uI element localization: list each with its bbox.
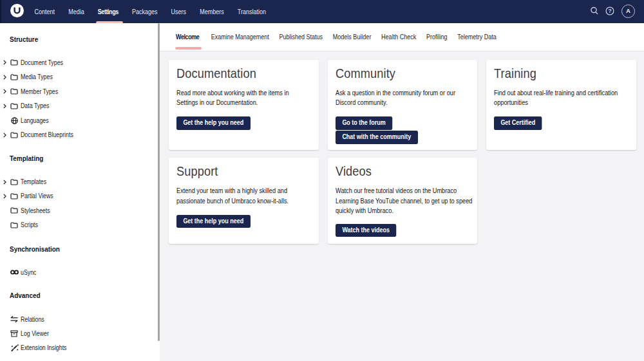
svg-text:?: ? (608, 8, 612, 14)
